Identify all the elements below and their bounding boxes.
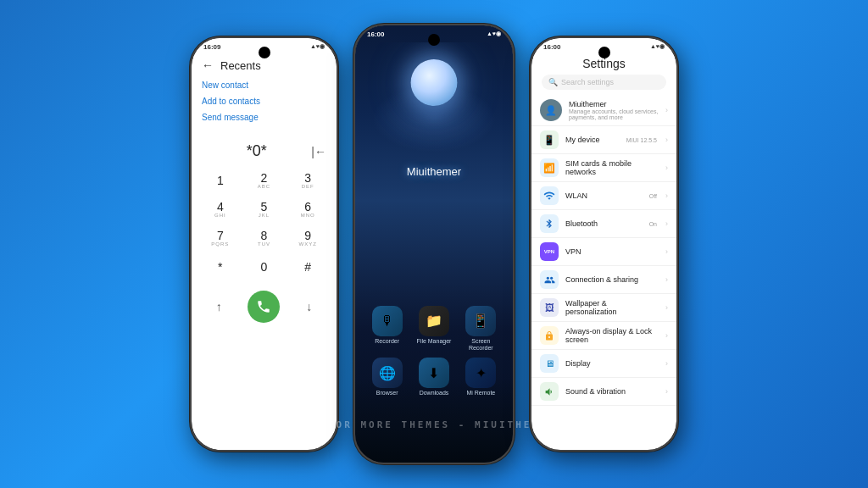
app-screen-recorder[interactable]: 📱 Screen Recorder [462,306,500,351]
dial-key-3[interactable]: 3DEF [292,167,324,194]
search-placeholder: Search settings [561,78,614,86]
phone-right-screen: 16:00 ▲♥◉ Settings 🔍 Search settings 👤 M… [531,38,676,450]
settings-item-sound[interactable]: Sound & vibration › [531,378,676,406]
settings-item-display[interactable]: 🖥 Display › [531,350,676,378]
bt-chevron: › [665,219,668,228]
device-icon: 📱 [540,130,559,149]
downloads-label: Downloads [420,390,449,396]
settings-header: Settings 🔍 Search settings [531,53,676,95]
app-downloads[interactable]: ⬇ Downloads [415,358,453,396]
app-mi-remote[interactable]: ✦ Mi Remote [462,358,500,396]
dialer-row-3: 7PQRS 8TUV 9WXYZ [198,225,330,252]
lock-title: Always-on display & Lock screen [565,327,659,344]
sound-chevron: › [665,387,668,396]
phone-left-screen: 16:09 ▲♥◉ ← Recents New contact Add to c… [192,38,337,450]
back-arrow[interactable]: ← [202,58,214,72]
wallpaper-icon: 🖼 [540,298,559,317]
dial-key-6[interactable]: 6MNO [292,196,324,223]
device-text: My device [565,136,620,144]
device-chevron: › [665,136,668,144]
settings-list: 👤 Miuithemer Manage accounts, cloud serv… [531,95,676,406]
nav-down-button[interactable]: ↓ [298,295,321,319]
vpn-text: VPN [565,247,659,256]
watermark: VISIT FOR MORE THEMES - MIUITHEMER.COM [279,419,589,430]
sim-title: SIM cards & mobile networks [565,159,659,176]
backspace-button[interactable]: |← [311,145,326,158]
settings-item-wlan[interactable]: WLAN Off › [531,182,676,210]
status-icons-right: ▲♥◉ [650,43,665,50]
settings-item-vpn[interactable]: VPN VPN › [531,238,676,266]
dial-key-hash[interactable]: # [292,253,324,280]
bluetooth-title: Bluetooth [565,219,643,228]
wallpaper-text: Wallpaper & personalization [565,299,659,316]
send-message-link[interactable]: Send message [202,113,326,122]
search-icon: 🔍 [548,78,558,86]
recents-title: Recents [220,59,261,72]
sim-text: SIM cards & mobile networks [565,159,659,176]
phone-center-screen: 16:00 ▲♥◉ Miuithemer 🎙 Recorder [355,25,513,463]
connection-title: Connection & sharing [565,275,659,284]
sim-icon: 📶 [540,158,559,177]
phones-container: 16:09 ▲♥◉ ← Recents New contact Add to c… [181,0,687,488]
browser-icon: 🌐 [372,358,403,388]
nav-up-button[interactable]: ↑ [207,295,231,319]
device-title: My device [565,136,620,144]
settings-item-sim[interactable]: 📶 SIM cards & mobile networks › [531,154,676,182]
browser-label: Browser [376,390,398,396]
file-manager-icon: 📁 [419,306,449,336]
add-contacts-link[interactable]: Add to contacts [202,97,326,106]
dial-key-2[interactable]: 2ABC [248,167,280,194]
screen-recorder-icon: 📱 [465,306,496,336]
display-chevron: › [665,359,668,368]
settings-item-bluetooth[interactable]: Bluetooth On › [531,210,676,238]
status-icons-left: ▲♥◉ [310,43,325,50]
new-contact-link[interactable]: New contact [202,80,326,90]
sound-icon [540,382,559,401]
lock-icon [540,326,559,345]
wlan-chevron: › [665,191,668,200]
dial-key-5[interactable]: 5JKL [248,196,280,223]
dialer-row-4: * 0 # [198,253,330,280]
display-icon: 🖥 [540,354,559,373]
dial-key-7[interactable]: 7PQRS [204,225,236,252]
bluetooth-text: Bluetooth [565,219,643,228]
settings-item-lock[interactable]: Always-on display & Lock screen › [531,322,676,350]
dial-key-4[interactable]: 4GHI [204,196,236,223]
settings-item-connection[interactable]: Connection & sharing › [531,266,676,294]
lock-chevron: › [665,331,668,340]
app-browser[interactable]: 🌐 Browser [368,358,406,396]
dial-key-star[interactable]: * [204,253,236,280]
vpn-icon: VPN [540,242,559,261]
recorder-icon: 🎙 [372,306,403,336]
dialer-links: New contact Add to contacts Send message [192,75,337,134]
phone-left: 16:09 ▲♥◉ ← Recents New contact Add to c… [190,36,338,452]
settings-item-wallpaper[interactable]: 🖼 Wallpaper & personalization › [531,294,676,322]
dialer-row-1: 1 2ABC 3DEF [198,167,330,194]
account-text: Miuithemer Manage accounts, cloud servic… [569,100,659,120]
screen-recorder-label: Screen Recorder [462,338,500,351]
call-button[interactable] [248,291,280,323]
vpn-chevron: › [665,247,668,256]
dial-key-9[interactable]: 9WXYZ [292,225,324,252]
sound-title: Sound & vibration [565,387,659,396]
dial-key-1[interactable]: 1 [204,167,236,194]
dial-key-8[interactable]: 8TUV [248,225,280,252]
settings-search-bar[interactable]: 🔍 Search settings [542,75,666,90]
wlan-title: WLAN [565,191,643,200]
account-name: Miuithemer [569,100,659,108]
settings-item-device[interactable]: 📱 My device MIUI 12.5.5 › [531,126,676,154]
sound-text: Sound & vibration [565,387,659,396]
punch-hole-left [259,47,270,58]
downloads-icon: ⬇ [419,358,449,388]
mi-remote-icon: ✦ [465,358,496,388]
connection-text: Connection & sharing [565,275,659,284]
punch-hole-right [598,47,610,58]
dial-key-0[interactable]: 0 [248,253,280,280]
settings-item-account[interactable]: 👤 Miuithemer Manage accounts, cloud serv… [531,95,676,126]
wlan-badge: Off [649,193,657,199]
account-subtitle: Manage accounts, cloud services, payment… [569,108,659,120]
app-file-manager[interactable]: 📁 File Manager [415,306,453,351]
display-title: Display [565,359,659,368]
app-recorder[interactable]: 🎙 Recorder [368,306,406,351]
phone-center: 16:00 ▲♥◉ Miuithemer 🎙 Recorder [353,24,515,464]
